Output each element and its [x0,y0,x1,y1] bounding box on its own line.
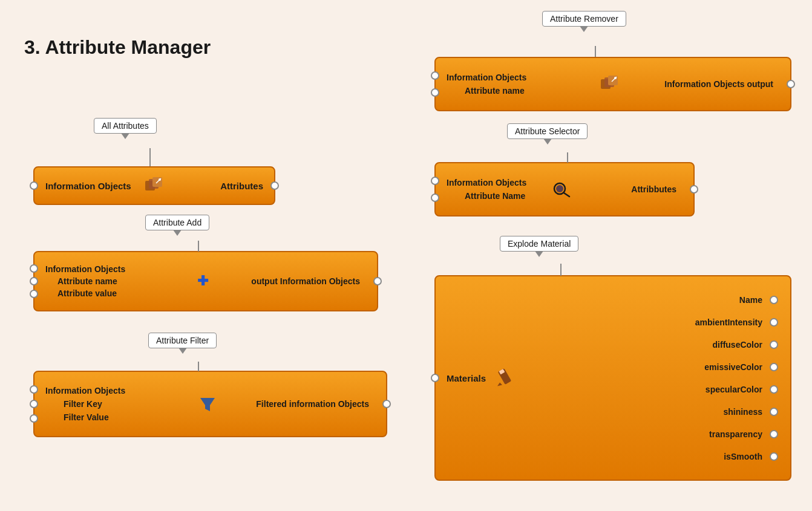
connector-right-specular [770,385,778,394]
output-transparency: transparency [709,429,762,439]
node-explode-material: Materials Name ambientIntensity diffuseC… [434,275,791,481]
callout-attribute-filter: Attribute Filter [148,333,217,348]
connector-left-6 [431,374,439,382]
node-attribute-selector: Information Objects Attribute Name Attri… [434,162,695,216]
connector-right-smooth [770,452,778,461]
connector-left-4a [431,71,439,80]
output-row-name: Name [633,295,790,305]
connector-left-1 [30,181,38,190]
node6-label-left: Materials [447,373,486,383]
node5-line1: Information Objects [447,178,546,187]
connector-right-name [770,296,778,304]
node4-label-right: Information Objects output [625,79,779,89]
node2-line2: Attribute name [45,276,197,286]
svg-line-13 [564,193,569,197]
line-all-attributes [149,148,151,166]
output-row-diffuse: diffuseColor [633,340,790,350]
connector-left-2a [30,264,38,273]
node4-line2: Attribute name [447,86,595,96]
node2-line1: Information Objects [45,264,197,274]
connector-right-transparency [770,430,778,438]
callout-attribute-add: Attribute Add [145,215,209,230]
connector-left-3b [30,400,38,408]
node3-line3: Filter Value [45,412,193,422]
connector-right-4 [787,80,795,88]
plus-icon: ✚ [197,275,208,288]
node-attribute-filter: Information Objects Filter Key Filter Va… [33,371,387,437]
connector-right-shininess [770,408,778,416]
connector-right-diffuse [770,340,778,349]
callout-explode-material: Explode Material [500,236,578,252]
output-shininess: shininess [723,407,762,417]
connector-left-2c [30,290,38,298]
output-smooth: isSmooth [724,452,762,461]
output-row-transparency: transparency [633,429,790,439]
connector-right-emissive [770,363,778,371]
node-attribute-add: Information Objects Attribute name Attri… [33,251,378,311]
connector-left-3c [30,414,38,423]
node5-line2: Attribute Name [447,191,546,201]
svg-marker-15 [497,383,502,386]
tags-icon [144,177,165,194]
output-row-ambient: ambientIntensity [633,317,790,327]
connector-left-5a [431,177,439,185]
callout-attribute-remover: Attribute Remover [542,11,626,27]
connector-right-3 [382,400,391,408]
node5-label-right: Attribbutes [577,184,683,194]
connector-right-5 [690,185,698,194]
output-row-shininess: shininess [633,407,790,417]
pencil-icon-container [496,367,519,389]
connector-left-3a [30,385,38,394]
output-row-specular: specularColor [633,385,790,394]
callout-all-attributes: All Attributes [94,118,157,134]
output-emissive: emissiveColor [704,362,762,372]
connector-left-5b [431,194,439,202]
page-title: 3. Attribute Manager [24,36,211,59]
line-attribute-add [198,241,199,252]
node2-line3: Attribute value [45,288,197,298]
node-attribute-remover: Information Objects Attribute name Infor… [434,57,791,111]
output-row-emissive: emissiveColor [633,362,790,372]
output-name: Name [739,295,762,305]
pencil-icon [496,367,519,388]
svg-point-12 [556,185,563,192]
tags-icon-remover [600,76,620,93]
line-attribute-filter [198,362,199,371]
node-all-attributes: Information Objects Attributes [33,166,275,205]
connector-left-4b [431,88,439,97]
connector-right-1 [270,181,279,190]
line-attribute-selector [567,152,568,163]
node3-label-right: Filtered information Objects [222,399,376,409]
svg-rect-14 [498,368,511,385]
node3-line1: Information Objects [45,386,193,395]
output-ambient: ambientIntensity [695,317,762,327]
node2-label-right: output Information Objects [208,276,366,286]
line-attribute-remover [595,46,596,57]
output-row-smooth: isSmooth [633,452,790,461]
node1-label-right: Attributes [169,181,263,191]
callout-attribute-selector: Attribute Selector [507,123,588,139]
filter-icon [198,395,217,412]
node3-line2: Filter Key [45,399,193,409]
search-icon [551,181,572,198]
connector-right-ambient [770,318,778,327]
connector-left-2b [30,277,38,285]
node4-line1: Information Objects [447,73,595,82]
output-diffuse: diffuseColor [713,340,762,350]
svg-marker-5 [200,398,215,411]
connector-right-2 [373,277,382,285]
node1-label-left: Information Objects [45,181,139,191]
line-explode-material [560,264,562,276]
output-specular: specularColor [706,385,762,394]
